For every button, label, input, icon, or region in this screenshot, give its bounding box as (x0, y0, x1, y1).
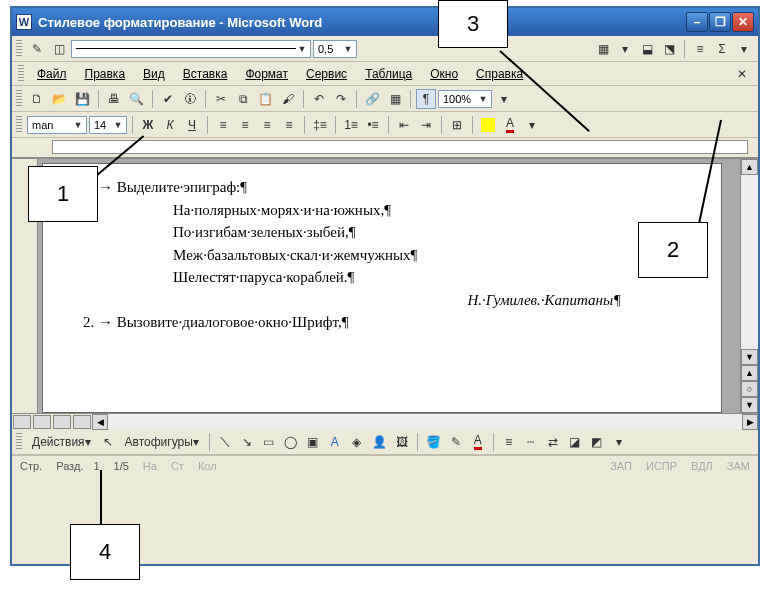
line-width-dropdown[interactable]: 0,5 ▼ (313, 40, 357, 58)
toolbar-options-icon[interactable]: ▾ (494, 89, 514, 109)
clipart-icon[interactable]: 👤 (369, 432, 390, 452)
new-doc-icon[interactable]: 🗋 (27, 89, 47, 109)
align-right-icon[interactable]: ≡ (257, 115, 277, 135)
select-objects-icon[interactable]: ↖ (98, 432, 118, 452)
toolbar-grip[interactable] (16, 116, 22, 134)
distribute-rows-icon[interactable]: ≡ (690, 39, 710, 59)
toolbar-options-icon[interactable]: ▾ (734, 39, 754, 59)
font-color-icon[interactable]: A (468, 432, 488, 452)
line-color-icon[interactable]: ✎ (446, 432, 466, 452)
toolbar-grip[interactable] (16, 40, 22, 58)
font-color-icon[interactable]: A (500, 115, 520, 135)
merge-cells-icon[interactable]: ⬓ (637, 39, 657, 59)
split-cells-icon[interactable]: ⬔ (659, 39, 679, 59)
align-left-icon[interactable]: ≡ (213, 115, 233, 135)
toolbar-grip[interactable] (16, 90, 22, 108)
close-doc-icon[interactable]: ✕ (732, 64, 752, 84)
scroll-left-icon[interactable]: ◀ (92, 414, 108, 430)
minimize-button[interactable]: – (686, 12, 708, 32)
toolbar-options-icon[interactable]: ▾ (522, 115, 542, 135)
next-page-icon[interactable]: ▼ (741, 397, 758, 413)
tables-borders-icon[interactable]: ▦ (385, 89, 405, 109)
draw-menu[interactable]: Действия ▾ (27, 432, 96, 452)
close-button[interactable]: ✕ (732, 12, 754, 32)
print-icon[interactable]: 🖶 (104, 89, 124, 109)
format-painter-icon[interactable]: 🖌 (278, 89, 298, 109)
diagram-icon[interactable]: ◈ (347, 432, 367, 452)
insert-picture-icon[interactable]: 🖼 (392, 432, 412, 452)
wordart-icon[interactable]: A (325, 432, 345, 452)
menu-view[interactable]: Вид (135, 65, 173, 83)
align-center-icon[interactable]: ≡ (235, 115, 255, 135)
highlight-icon[interactable] (478, 115, 498, 135)
paste-icon[interactable]: 📋 (255, 89, 276, 109)
toolbar-options-icon[interactable]: ▾ (609, 432, 629, 452)
scroll-track[interactable] (108, 414, 742, 429)
fill-color-icon[interactable]: 🪣 (423, 432, 444, 452)
menu-service[interactable]: Сервис (298, 65, 355, 83)
scroll-right-icon[interactable]: ▶ (742, 414, 758, 430)
menu-format[interactable]: Формат (237, 65, 296, 83)
web-view-icon[interactable] (33, 415, 51, 429)
increase-indent-icon[interactable]: ⇥ (416, 115, 436, 135)
vertical-scrollbar[interactable]: ▲ ▼ ▲ ○ ▼ (740, 159, 758, 413)
open-icon[interactable]: 📂 (49, 89, 70, 109)
draw-table-icon[interactable]: ✎ (27, 39, 47, 59)
font-name-dropdown[interactable]: man ▼ (27, 116, 87, 134)
menu-insert[interactable]: Вставка (175, 65, 236, 83)
autosum-icon[interactable]: Σ (712, 39, 732, 59)
oval-icon[interactable]: ◯ (281, 432, 301, 452)
hyperlink-icon[interactable]: 🔗 (362, 89, 383, 109)
line-style-dropdown[interactable]: ▼ (71, 40, 311, 58)
underline-icon[interactable]: Ч (182, 115, 202, 135)
justify-icon[interactable]: ≡ (279, 115, 299, 135)
line-icon[interactable]: ＼ (215, 432, 235, 452)
menu-file[interactable]: Файл (29, 65, 75, 83)
copy-icon[interactable]: ⧉ (233, 89, 253, 109)
menu-edit[interactable]: Правка (77, 65, 134, 83)
horizontal-ruler[interactable] (12, 138, 758, 158)
italic-icon[interactable]: К (160, 115, 180, 135)
zoom-dropdown[interactable]: 100% ▼ (438, 90, 492, 108)
shadow-icon[interactable]: ◪ (565, 432, 585, 452)
scroll-track[interactable] (741, 175, 758, 349)
rectangle-icon[interactable]: ▭ (259, 432, 279, 452)
spellcheck-icon[interactable]: ✔ (158, 89, 178, 109)
bulleted-list-icon[interactable]: •≡ (363, 115, 383, 135)
menu-window[interactable]: Окно (422, 65, 466, 83)
menu-help[interactable]: Справка (468, 65, 531, 83)
scroll-up-icon[interactable]: ▲ (741, 159, 758, 175)
arrow-icon[interactable]: ↘ (237, 432, 257, 452)
select-browse-icon[interactable]: ○ (741, 381, 758, 397)
print-preview-icon[interactable]: 🔍 (126, 89, 147, 109)
redo-icon[interactable]: ↷ (331, 89, 351, 109)
toolbar-grip[interactable] (18, 65, 24, 83)
save-icon[interactable]: 💾 (72, 89, 93, 109)
bold-icon[interactable]: Ж (138, 115, 158, 135)
table-menu-arrow-icon[interactable]: ▾ (615, 39, 635, 59)
menu-table[interactable]: Таблица (357, 65, 420, 83)
document-page[interactable]: 1. → Выделите·эпиграф:¶ На·полярных·моря… (42, 163, 722, 413)
arrow-style-icon[interactable]: ⇄ (543, 432, 563, 452)
toolbar-grip[interactable] (16, 433, 22, 451)
scroll-down-icon[interactable]: ▼ (741, 349, 758, 365)
cut-icon[interactable]: ✂ (211, 89, 231, 109)
eraser-icon[interactable]: ◫ (49, 39, 69, 59)
3d-icon[interactable]: ◩ (587, 432, 607, 452)
decrease-indent-icon[interactable]: ⇤ (394, 115, 414, 135)
outline-view-icon[interactable] (73, 415, 91, 429)
dash-style-icon[interactable]: ┄ (521, 432, 541, 452)
print-view-icon[interactable] (53, 415, 71, 429)
normal-view-icon[interactable] (13, 415, 31, 429)
borders-icon[interactable]: ⊞ (447, 115, 467, 135)
prev-page-icon[interactable]: ▲ (741, 365, 758, 381)
insert-table-icon[interactable]: ▦ (593, 39, 613, 59)
show-formatting-icon[interactable]: ¶ (416, 89, 436, 109)
line-style-icon[interactable]: ≡ (499, 432, 519, 452)
research-icon[interactable]: 🛈 (180, 89, 200, 109)
undo-icon[interactable]: ↶ (309, 89, 329, 109)
autoshapes-menu[interactable]: Автофигуры ▾ (120, 432, 204, 452)
maximize-button[interactable]: ❐ (709, 12, 731, 32)
font-size-dropdown[interactable]: 14 ▼ (89, 116, 127, 134)
textbox-icon[interactable]: ▣ (303, 432, 323, 452)
